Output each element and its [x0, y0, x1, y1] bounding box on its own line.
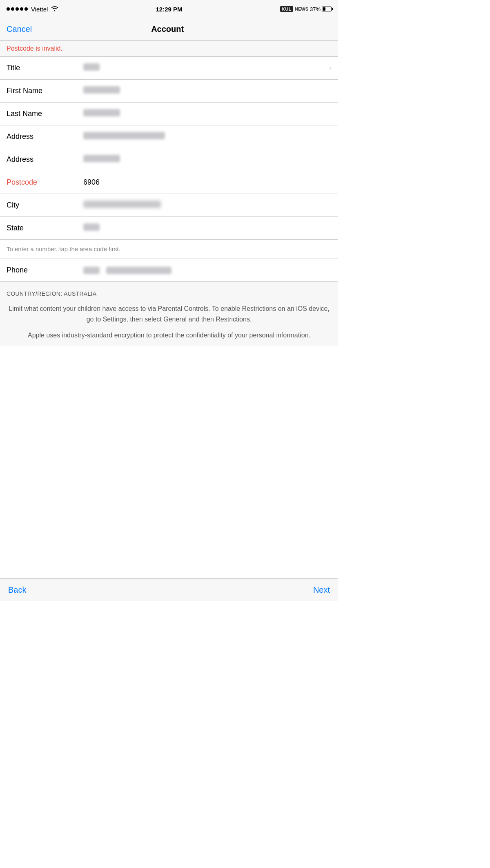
form-value-postcode: 6906 [80, 178, 332, 187]
battery-fill [323, 7, 325, 11]
status-bar-left: Viettel [7, 6, 58, 13]
signal-dot-1 [7, 7, 10, 11]
form-row-lastname[interactable]: Last Name [0, 103, 338, 125]
city-value-blurred [83, 201, 161, 208]
form-label-state: State [7, 224, 80, 232]
form-row-state[interactable]: State [0, 217, 338, 240]
title-value-blurred [83, 63, 100, 71]
status-time: 12:29 PM [156, 6, 182, 13]
cancel-button[interactable]: Cancel [7, 25, 32, 34]
form-value-state [80, 223, 332, 233]
country-paragraph1: Limit what content your children have ac… [7, 303, 332, 324]
form-row-phone[interactable]: Phone [0, 259, 338, 282]
country-section: COUNTRY/REGION: AUSTRALIA Limit what con… [0, 282, 338, 346]
info-text: To enter a number, tap the area code fir… [7, 245, 120, 252]
address1-value-blurred [83, 132, 165, 139]
form-label-city: City [7, 201, 80, 210]
form-row-title[interactable]: Title › [0, 57, 338, 80]
form-value-city [80, 201, 332, 210]
page-title: Account [151, 25, 184, 34]
error-banner: Postcode is invalid. [0, 41, 338, 57]
form-row-postcode[interactable]: Postcode 6906 [0, 171, 338, 194]
info-section: To enter a number, tap the area code fir… [0, 240, 338, 259]
phone-number-blurred [106, 267, 172, 274]
battery-area: 37% [310, 6, 332, 12]
bottom-nav: Back Next [0, 578, 338, 601]
form-row-address1[interactable]: Address [0, 125, 338, 148]
nav-bar: Cancel Account [0, 18, 338, 41]
next-button[interactable]: Next [313, 585, 330, 595]
address2-value-blurred [83, 155, 120, 162]
form-row-city[interactable]: City [0, 194, 338, 217]
signal-dot-5 [24, 7, 28, 11]
form-value-lastname [80, 109, 332, 118]
kul-badge: KUL [280, 6, 293, 12]
form-container: Title › First Name Last Name Address Add… [0, 57, 338, 282]
firstname-value-blurred [83, 86, 120, 94]
form-label-firstname: First Name [7, 87, 80, 95]
signal-dot-2 [11, 7, 14, 11]
form-label-phone: Phone [7, 266, 80, 274]
phone-values [80, 267, 332, 274]
lastname-value-blurred [83, 109, 120, 116]
error-message: Postcode is invalid. [7, 45, 62, 52]
form-row-firstname[interactable]: First Name [0, 80, 338, 103]
phone-code-blurred [83, 267, 100, 274]
form-value-address2 [80, 155, 332, 164]
country-label: COUNTRY/REGION: AUSTRALIA [7, 290, 332, 297]
kul-news-label: NEWS [295, 7, 308, 11]
state-value-blurred [83, 223, 100, 231]
back-button[interactable]: Back [8, 585, 26, 595]
form-label-postcode: Postcode [7, 178, 80, 187]
form-row-address2[interactable]: Address [0, 148, 338, 171]
battery-percent: 37% [310, 6, 321, 12]
carrier-label: Viettel [31, 6, 48, 13]
battery-icon [322, 7, 332, 11]
signal-dots [7, 7, 28, 11]
status-bar-right: KUL NEWS 37% [280, 6, 332, 12]
chevron-icon-title: › [329, 64, 332, 72]
form-value-address1 [80, 132, 332, 141]
form-label-address2: Address [7, 155, 80, 164]
country-paragraph2: Apple uses industry-standard encryption … [7, 330, 332, 341]
signal-dot-3 [16, 7, 19, 11]
form-value-firstname [80, 86, 332, 96]
form-label-lastname: Last Name [7, 109, 80, 118]
form-label-address1: Address [7, 132, 80, 141]
status-bar: Viettel 12:29 PM KUL NEWS 37% [0, 0, 338, 18]
wifi-icon [51, 6, 58, 13]
form-label-title: Title [7, 64, 80, 72]
signal-dot-4 [20, 7, 23, 11]
form-value-title [80, 63, 326, 73]
